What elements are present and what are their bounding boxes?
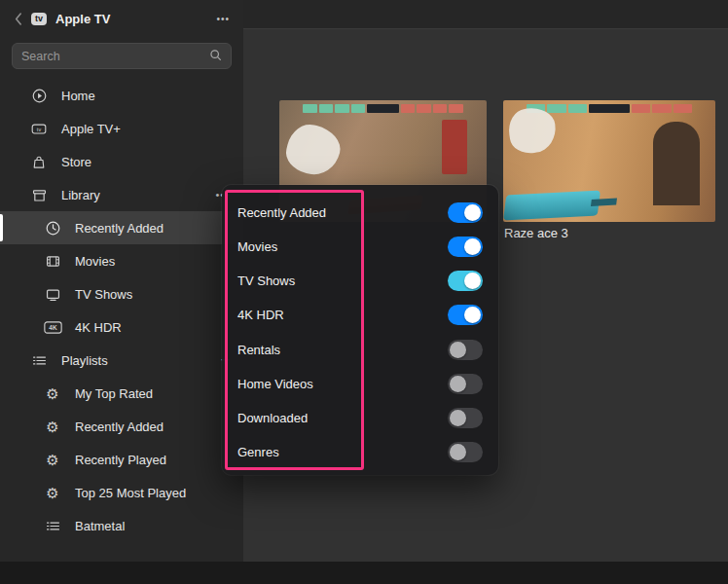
filter-label: Downloaded [237,411,308,425]
sidebar-item-4k-hdr[interactable]: 4K 4K HDR [0,310,243,344]
filter-row-downloaded[interactable]: Downloaded [222,401,498,435]
screen-icon [43,286,62,303]
filter-row-genres[interactable]: Genres [222,435,498,469]
filter-label: Home Videos [237,377,313,391]
sidebar-item-top-25-most-played[interactable]: ⚙ Top 25 Most Played [0,476,243,509]
search-input[interactable] [21,50,209,63]
gear-icon: ⚙ [43,386,62,401]
filter-row-tv-shows[interactable]: TV Shows [222,264,498,298]
sidebar-item-store[interactable]: Store [0,145,243,178]
bottom-bar [0,562,728,584]
video-title: Raze ace 3 [504,226,568,240]
sidebar-item-label: TV Shows [75,287,132,302]
playlist-icon [29,352,49,369]
sidebar-item-label: Playlists [61,353,108,368]
play-circle-icon [29,88,49,104]
gear-icon: ⚙ [43,453,62,467]
app-title: Apple TV [55,12,110,26]
filter-label: Genres [237,445,279,459]
back-button[interactable] [14,12,22,26]
filter-row-rentals[interactable]: Rentals [222,333,498,367]
sidebar-item-my-top-rated[interactable]: ⚙ My Top Rated [0,377,243,410]
video-thumbnail-2[interactable] [503,100,715,222]
filter-label: 4K HDR [237,308,284,322]
sidebar-item-home[interactable]: Home [0,79,243,112]
filter-label: Rentals [237,343,280,357]
filter-row-4k-hdr[interactable]: 4K HDR [222,298,498,332]
filter-row-recently-added[interactable]: Recently Added [222,196,498,230]
4k-badge-icon: 4K [43,320,62,335]
library-icon [29,187,49,203]
sidebar-item-label: Library [61,188,100,202]
sidebar-item-label: Top 25 Most Played [75,486,186,500]
tv-icon: tv [29,121,49,137]
sidebar-item-recently-played[interactable]: ⚙ Recently Played [0,443,243,476]
sidebar-item-label: Recently Added [75,221,164,236]
sidebar-item-label: My Top Rated [75,386,153,401]
search-field[interactable] [12,43,232,69]
sidebar-item-apple-tv-plus[interactable]: tv Apple TV+ [0,112,243,145]
sidebar-item-label: Apple TV+ [61,122,121,136]
filter-label: Recently Added [237,205,326,220]
toggle-movies[interactable] [448,237,483,257]
hud-bar [527,104,692,113]
toggle-4k-hdr[interactable] [448,305,483,325]
gear-icon: ⚙ [43,420,62,434]
playlist-icon [43,518,62,534]
graffiti-decal [282,120,345,180]
sidebar-item-movies[interactable]: Movies [0,244,243,277]
search-icon [209,48,222,65]
filter-label: TV Shows [237,274,295,288]
sidebar-item-label: Movies [75,254,115,269]
filter-label: Movies [237,239,277,254]
library-filter-popup: Recently Added Movies TV Shows 4K HDR Re… [222,185,498,475]
sidebar-item-library[interactable]: Library ••• [0,178,243,211]
sidebar-item-label: Store [61,155,91,169]
bag-icon [29,154,49,170]
hud-bar [303,104,463,113]
clock-icon [43,220,62,237]
sidebar-item-tv-shows[interactable]: TV Shows [0,277,243,310]
weapon-shape [503,191,601,221]
sidebar: tv Apple TV ••• Home tv Apple TV+ Store [0,0,243,584]
more-options-button[interactable]: ••• [216,14,230,24]
toggle-downloaded[interactable] [448,408,483,428]
filter-row-movies[interactable]: Movies [222,230,498,264]
svg-text:4K: 4K [49,324,57,331]
sidebar-item-recently-added[interactable]: Recently Added [0,211,243,244]
sidebar-item-label: Batmetal [75,519,125,533]
sidebar-list: Home tv Apple TV+ Store Library ••• [0,79,243,542]
toggle-home-videos[interactable] [448,374,483,394]
sidebar-item-label: 4K HDR [75,320,122,335]
doorway-shape [653,122,700,205]
sidebar-item-label: Recently Played [75,453,166,467]
svg-text:tv: tv [37,126,42,131]
sidebar-item-recently-added-playlist[interactable]: ⚙ Recently Added [0,410,243,443]
apple-tv-logo-icon: tv [31,13,47,25]
toggle-rentals[interactable] [448,340,483,360]
filter-row-home-videos[interactable]: Home Videos [222,367,498,401]
sidebar-item-batmetal[interactable]: Batmetal [0,509,243,542]
sidebar-item-label: Home [61,89,95,103]
sidebar-header: tv Apple TV ••• [0,0,243,37]
toggle-tv-shows[interactable] [448,271,483,291]
sidebar-item-label: Recently Added [75,420,164,434]
toggle-recently-added[interactable] [448,202,483,223]
gear-icon: ⚙ [43,486,62,500]
sidebar-item-playlists[interactable]: Playlists + [0,344,243,377]
titlebar-strip [243,0,728,29]
map-banner [442,120,467,174]
toggle-genres[interactable] [448,442,483,462]
film-icon [43,253,62,270]
